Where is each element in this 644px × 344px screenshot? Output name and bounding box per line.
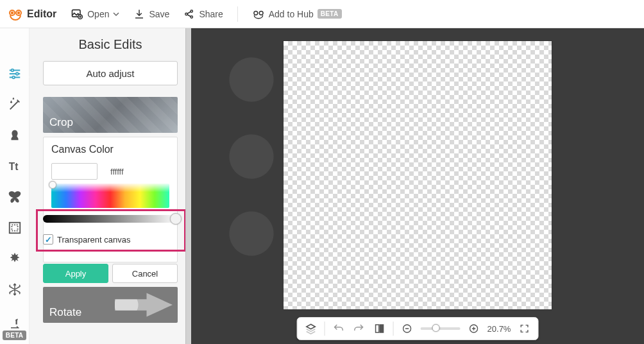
hex-value: ffffff bbox=[110, 167, 124, 176]
svg-rect-17 bbox=[376, 325, 379, 332]
hub-label: Add to Hub bbox=[269, 9, 314, 19]
svg-point-11 bbox=[11, 69, 13, 72]
sliders-icon[interactable] bbox=[6, 65, 23, 82]
text-icon[interactable]: Tt bbox=[6, 158, 23, 175]
monkey-logo-icon bbox=[8, 6, 23, 22]
hue-picker[interactable] bbox=[51, 184, 169, 208]
open-label: Open bbox=[87, 9, 109, 19]
compare-icon[interactable] bbox=[373, 322, 387, 336]
cancel-button[interactable]: Cancel bbox=[112, 264, 178, 283]
color-swatch[interactable] bbox=[51, 163, 97, 180]
crop-section[interactable]: Crop bbox=[43, 97, 178, 133]
swatch-row: ffffff bbox=[51, 163, 169, 180]
share-button[interactable]: Share bbox=[183, 8, 223, 20]
save-label: Save bbox=[149, 9, 169, 19]
svg-rect-16 bbox=[12, 225, 17, 230]
image-plus-icon bbox=[71, 8, 83, 21]
svg-rect-18 bbox=[380, 325, 383, 332]
magic-wand-icon[interactable] bbox=[6, 96, 23, 113]
download-icon bbox=[133, 8, 145, 20]
bottom-beta-tool[interactable]: BETA bbox=[0, 318, 29, 340]
lightness-slider[interactable] bbox=[43, 215, 179, 223]
main: Tt BETA Basic Edits Auto adjust Crop Can… bbox=[0, 28, 644, 344]
rotate-section[interactable]: Rotate bbox=[43, 287, 178, 323]
tool-iconstrip: Tt BETA bbox=[0, 28, 30, 344]
svg-point-6 bbox=[185, 13, 187, 15]
add-to-hub-button[interactable]: Add to Hub BETA bbox=[252, 8, 342, 21]
monkey-outline-icon bbox=[252, 8, 265, 21]
apply-cancel-row: Apply Cancel bbox=[43, 264, 178, 283]
bottom-toolbar: 20.7% bbox=[297, 317, 539, 340]
zoom-out-icon[interactable] bbox=[400, 322, 414, 336]
divider bbox=[237, 6, 238, 22]
canvas-color-title: Canvas Color bbox=[51, 144, 169, 155]
svg-text:Tt: Tt bbox=[8, 161, 18, 172]
layers-icon[interactable] bbox=[304, 322, 318, 336]
svg-rect-15 bbox=[9, 223, 20, 234]
canvas-area: 20.7% bbox=[191, 28, 644, 344]
open-menu[interactable]: Open bbox=[71, 8, 119, 21]
svg-point-13 bbox=[12, 76, 15, 79]
crop-label: Crop bbox=[49, 116, 73, 129]
hue-handle[interactable] bbox=[49, 181, 56, 189]
auto-adjust-button[interactable]: Auto adjust bbox=[43, 61, 178, 85]
lightness-handle[interactable] bbox=[170, 213, 182, 225]
apply-button[interactable]: Apply bbox=[43, 264, 108, 283]
svg-point-8 bbox=[191, 15, 192, 17]
svg-point-12 bbox=[15, 73, 18, 75]
zoom-in-icon[interactable] bbox=[467, 322, 481, 336]
chevron-down-icon bbox=[113, 11, 119, 17]
brand-label: Editor bbox=[27, 8, 56, 20]
svg-point-2 bbox=[12, 12, 13, 13]
share-icon bbox=[183, 8, 195, 20]
rotate-label: Rotate bbox=[49, 306, 81, 319]
zoom-value: 20.7% bbox=[487, 324, 511, 334]
zoom-slider[interactable] bbox=[421, 327, 461, 330]
snowflake-icon[interactable] bbox=[6, 281, 23, 298]
svg-point-3 bbox=[18, 12, 19, 13]
transparent-canvas[interactable] bbox=[284, 41, 552, 309]
divider bbox=[393, 322, 394, 336]
panel-title: Basic Edits bbox=[36, 37, 185, 52]
canvas-color-section: Canvas Color ffffff ✓ Transparent canvas bbox=[43, 137, 178, 262]
svg-point-9 bbox=[254, 11, 258, 15]
side-panel: Basic Edits Auto adjust Crop Canvas Colo… bbox=[30, 28, 191, 344]
save-button[interactable]: Save bbox=[133, 8, 169, 20]
redo-icon[interactable] bbox=[352, 322, 366, 336]
texture-icon[interactable] bbox=[6, 250, 23, 267]
beta-badge-bottom: BETA bbox=[3, 331, 27, 340]
share-label: Share bbox=[199, 9, 223, 19]
frame-icon[interactable] bbox=[6, 219, 23, 236]
fullscreen-icon[interactable] bbox=[517, 322, 531, 336]
topbar: Editor Open Save Share Add to Hub BETA bbox=[0, 0, 644, 28]
divider bbox=[325, 322, 325, 336]
highlight-annotation: ✓ Transparent canvas bbox=[36, 209, 186, 252]
transparent-label: Transparent canvas bbox=[57, 235, 130, 245]
svg-point-7 bbox=[191, 10, 192, 12]
brand: Editor bbox=[8, 6, 56, 22]
beta-badge: BETA bbox=[318, 9, 342, 19]
transparent-canvas-row[interactable]: ✓ Transparent canvas bbox=[43, 234, 179, 245]
svg-point-10 bbox=[259, 11, 263, 15]
transparent-checkbox[interactable]: ✓ bbox=[43, 234, 53, 245]
undo-icon[interactable] bbox=[332, 322, 346, 336]
silhouette-icon[interactable] bbox=[6, 127, 23, 144]
zoom-thumb[interactable] bbox=[432, 324, 440, 332]
butterfly-icon[interactable] bbox=[6, 189, 23, 205]
